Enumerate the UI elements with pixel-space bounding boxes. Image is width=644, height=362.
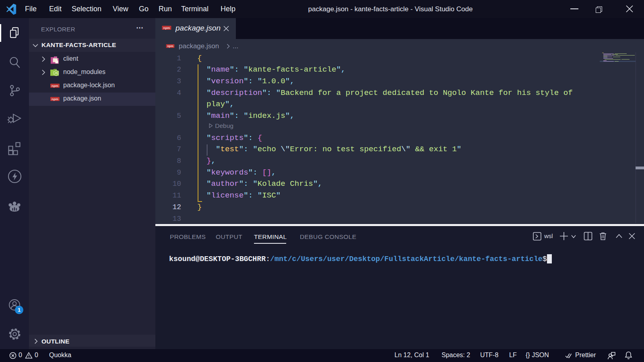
svg-text:npm: npm — [52, 97, 58, 101]
svg-text:npm: npm — [167, 44, 173, 48]
svg-text:npm: npm — [52, 84, 58, 88]
svg-text:JS: JS — [55, 72, 58, 74]
svg-text:npm: npm — [163, 26, 170, 30]
